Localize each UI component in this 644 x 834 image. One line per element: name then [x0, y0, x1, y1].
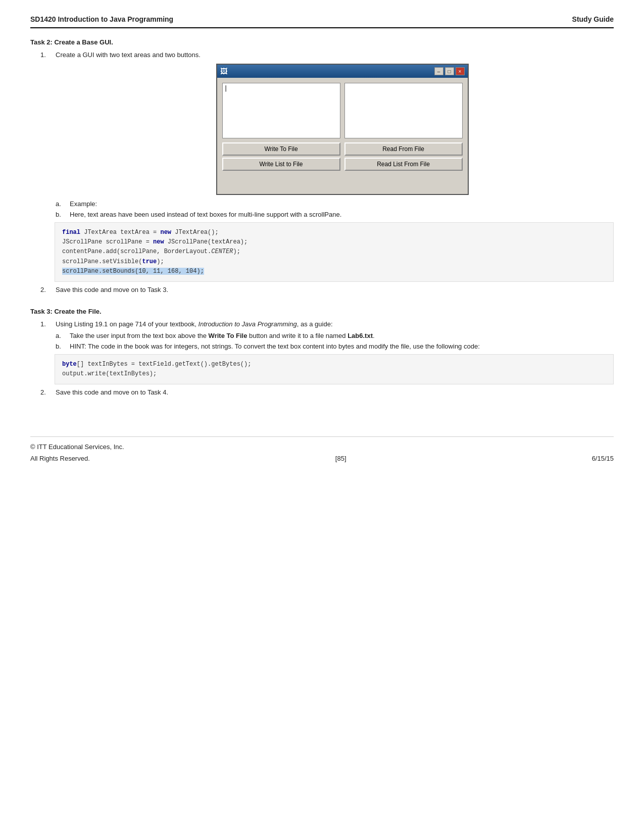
- header: SD1420 Introduction to Java Programming …: [30, 15, 614, 28]
- task2-sub-a-label: a.: [56, 200, 70, 208]
- footer-date: 6/15/15: [592, 455, 614, 462]
- task2-item1: 1. Create a GUI with two text areas and …: [40, 51, 614, 59]
- task3-sub-b-text: HINT: The code in the book was for integ…: [70, 342, 614, 350]
- close-button[interactable]: ×: [456, 67, 465, 75]
- task3-title: Task 3: Create the File.: [30, 308, 614, 315]
- task2-section: Task 2: Create a Base GUI. 1. Create a G…: [30, 38, 614, 293]
- gui-titlebar-controls: – □ ×: [434, 67, 465, 75]
- task2-sub-b-label: b.: [56, 211, 70, 218]
- task2-item1-number: 1.: [40, 51, 56, 59]
- task2-title: Task 2: Create a Base GUI.: [30, 38, 614, 46]
- task3-sub-a-label: a.: [56, 332, 70, 339]
- gui-window: 🖼 – □ × | Write To File: [216, 64, 469, 195]
- task2-item2-number: 2.: [40, 286, 56, 293]
- gui-window-container: 🖼 – □ × | Write To File: [71, 64, 614, 195]
- footer-page: [85]: [335, 455, 346, 462]
- task2-item2-text: Save this code and move on to Task 3.: [56, 286, 614, 293]
- task3-item2-number: 2.: [40, 388, 56, 396]
- header-title: SD1420 Introduction to Java Programming: [30, 15, 173, 23]
- gui-titlebar: 🖼 – □ ×: [217, 65, 468, 78]
- footer: © ITT Educational Services, Inc. All Rig…: [30, 436, 614, 462]
- task2-sub-b: b. Here, text areas have been used inste…: [56, 211, 614, 218]
- write-list-to-file-button[interactable]: Write List to File: [222, 158, 340, 171]
- task3-item1-number: 1.: [40, 320, 56, 328]
- task3-sub-a: a. Take the user input from the text box…: [56, 332, 614, 339]
- task2-sub-a: a. Example:: [56, 200, 614, 208]
- gui-button-group-left: Write To File Write List to File: [222, 142, 340, 171]
- gui-titlebar-icon: 🖼: [220, 67, 227, 75]
- task2-sub-list: a. Example: b. Here, text areas have bee…: [56, 200, 614, 218]
- task3-item1: 1. Using Listing 19.1 on page 714 of you…: [40, 320, 614, 328]
- read-list-from-file-button[interactable]: Read List From File: [344, 158, 463, 171]
- gui-button-group-right: Read From File Read List From File: [344, 142, 463, 171]
- minimize-button[interactable]: –: [434, 67, 443, 75]
- footer-rights: All Rights Reserved.: [30, 455, 90, 462]
- task3-section: Task 3: Create the File. 1. Using Listin…: [30, 308, 614, 396]
- task3-item1-text: Using Listing 19.1 on page 714 of your t…: [56, 320, 614, 328]
- gui-footer-area: [222, 174, 463, 189]
- gui-textarea-left[interactable]: |: [222, 83, 340, 138]
- task2-item1-text: Create a GUI with two text areas and two…: [56, 51, 614, 59]
- code-block-2: byte[] textInBytes = textField.getText()…: [55, 354, 614, 384]
- footer-bottom: All Rights Reserved. [85] 6/15/15: [30, 455, 614, 462]
- task3-item2-text: Save this code and move on to Task 4.: [56, 388, 614, 396]
- gui-body: | Write To File Write List to File Read …: [217, 78, 468, 194]
- footer-copyright: © ITT Educational Services, Inc.: [30, 443, 614, 451]
- task3-sub-list: a. Take the user input from the text box…: [56, 332, 614, 350]
- gui-text-areas-row: |: [222, 83, 463, 138]
- task3-sub-a-text: Take the user input from the text box ab…: [70, 332, 614, 339]
- task2-item2: 2. Save this code and move on to Task 3.: [40, 286, 614, 293]
- task3-item2: 2. Save this code and move on to Task 4.: [40, 388, 614, 396]
- gui-textarea-right[interactable]: [344, 83, 463, 138]
- task2-sub-b-text: Here, text areas have been used instead …: [70, 211, 614, 218]
- maximize-button[interactable]: □: [445, 67, 454, 75]
- task3-sub-b-label: b.: [56, 342, 70, 350]
- task2-sub-a-text: Example:: [70, 200, 614, 208]
- gui-buttons-row: Write To File Write List to File Read Fr…: [222, 142, 463, 171]
- write-to-file-button[interactable]: Write To File: [222, 142, 340, 156]
- code-block-1: final JTextArea textArea = new JTextArea…: [55, 222, 614, 282]
- read-from-file-button[interactable]: Read From File: [344, 142, 463, 156]
- task3-sub-b: b. HINT: The code in the book was for in…: [56, 342, 614, 350]
- header-subtitle: Study Guide: [572, 15, 614, 23]
